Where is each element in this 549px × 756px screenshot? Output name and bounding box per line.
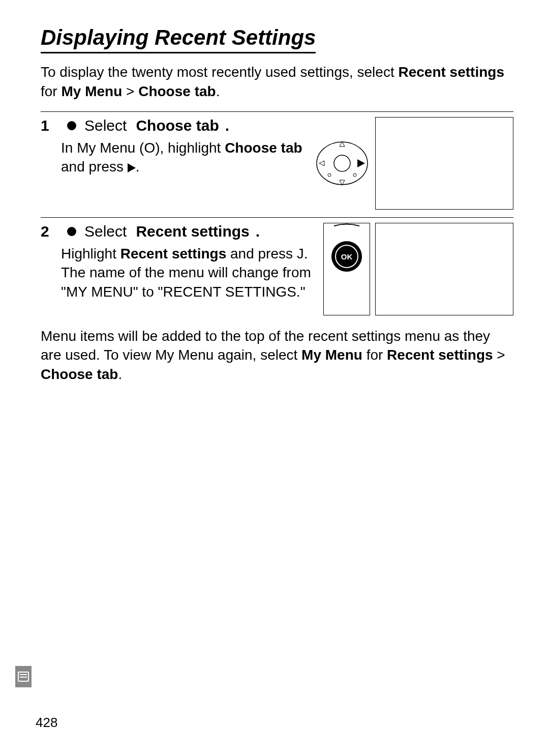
outro-bold-choose-tab: Choose tab (41, 366, 118, 382)
step-1-illustrations (314, 117, 513, 210)
step-1-body-a: In My Menu ( (61, 140, 144, 156)
intro-lead: To display the twenty most recently used… (41, 64, 398, 80)
step-2-title-period: . (256, 223, 260, 240)
outro-bold-my-menu: My Menu (301, 347, 362, 363)
step-2-body: Highlight Recent settings and press J. T… (61, 244, 313, 302)
step-2-body-bold1: Recent settings (120, 246, 227, 261)
step-2-number: 2 (41, 223, 61, 240)
step-1: 1 Select Choose tab. In My Menu (O), hig… (41, 117, 513, 210)
outro-bold-recent-settings: Recent settings (387, 347, 493, 363)
divider (41, 111, 513, 112)
step-2-body-b: and press (226, 246, 297, 261)
step-1-screen-placeholder (375, 117, 513, 210)
step-1-body-b: ), highlight (155, 140, 225, 156)
step-1-title-period: . (225, 117, 229, 134)
outro-period: . (118, 366, 122, 382)
intro-period: . (216, 83, 220, 99)
step-1-body-c: and press (61, 159, 128, 175)
step-2: 2 Select Recent settings. Highlight Rece… (41, 223, 513, 315)
page-title: Displaying Recent Settings (41, 25, 316, 53)
bullet-icon (67, 121, 76, 130)
intro-mid: for (41, 83, 61, 99)
svg-text:OK: OK (341, 252, 353, 261)
ok-button-illustration: OK (323, 223, 370, 315)
right-arrow-icon (128, 163, 136, 172)
outro-gt: > (493, 347, 505, 363)
intro-paragraph: To display the twenty most recently used… (41, 63, 513, 101)
intro-gt: > (122, 83, 138, 99)
step-2-screen-placeholder (375, 223, 513, 315)
intro-bold-choose-tab: Choose tab (138, 83, 216, 99)
intro-bold-recent-settings: Recent settings (398, 64, 504, 80)
divider (41, 217, 513, 218)
bullet-icon (67, 227, 76, 236)
menu-list-icon (18, 672, 29, 682)
svg-point-7 (353, 173, 356, 177)
step-2-illustrations: OK (323, 223, 513, 315)
step-1-number: 1 (41, 117, 61, 134)
intro-bold-my-menu: My Menu (61, 83, 122, 99)
step-2-select-label: Select (84, 223, 127, 240)
outro-paragraph: Menu items will be added to the top of t… (41, 327, 513, 384)
svg-marker-5 (357, 159, 365, 167)
step-1-select-label: Select (84, 117, 127, 134)
step-1-body-bold: Choose tab (225, 140, 302, 156)
svg-point-6 (328, 173, 331, 177)
multi-selector-icon (314, 135, 370, 191)
side-tab (15, 666, 32, 687)
outro-b: for (362, 347, 387, 363)
step-2-title: Recent settings (136, 223, 249, 240)
page-number: 428 (36, 715, 57, 731)
step-1-title: Choose tab (136, 117, 219, 134)
step-2-ok-glyph: J (297, 246, 304, 261)
svg-point-1 (334, 155, 350, 171)
my-menu-icon-inline: O (144, 140, 155, 156)
svg-marker-4 (319, 161, 324, 166)
step-2-body-a: Highlight (61, 246, 120, 261)
step-1-body-d: . (136, 159, 140, 175)
step-1-body: In My Menu (O), highlight Choose tab and… (61, 138, 304, 177)
